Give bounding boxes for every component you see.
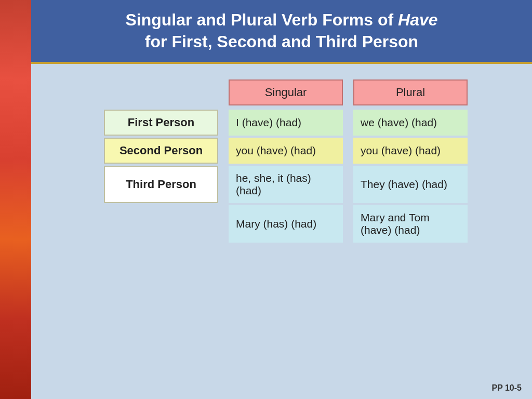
empty-label	[104, 205, 218, 243]
mary-plural: Mary and Tom (have) (had)	[353, 205, 468, 243]
slide-header: Singular and Plural Verb Forms of Have f…	[31, 0, 532, 64]
column-headers: Singular Plural	[229, 79, 511, 105]
table-row: Second Person you (have) (had) you (have…	[104, 138, 511, 164]
first-person-label: First Person	[104, 110, 218, 136]
slide-title: Singular and Plural Verb Forms of Have f…	[52, 9, 511, 52]
data-rows: First Person I (have) (had) we (have) (h…	[104, 110, 511, 243]
table-row: Mary (has) (had) Mary and Tom (have) (ha…	[104, 205, 511, 243]
slide-content: Singular Plural First Person I (have) (h…	[31, 64, 532, 399]
second-person-label: Second Person	[104, 138, 218, 164]
table-row: First Person I (have) (had) we (have) (h…	[104, 110, 511, 136]
singular-label: Singular	[265, 86, 307, 99]
third-person-label: Third Person	[104, 166, 218, 203]
table-row: Third Person he, she, it (has) (had) The…	[104, 166, 511, 203]
second-person-plural: you (have) (had)	[353, 138, 468, 164]
page-number: PP 10-5	[491, 383, 522, 393]
first-person-plural: we (have) (had)	[353, 110, 468, 136]
plural-label: Plural	[396, 86, 425, 99]
first-person-singular: I (have) (had)	[229, 110, 343, 136]
slide: Singular and Plural Verb Forms of Have f…	[31, 0, 532, 399]
title-text-part2: for First, Second and Third Person	[145, 32, 418, 51]
third-person-plural: They (have) (had)	[353, 166, 468, 203]
singular-header: Singular	[229, 79, 343, 105]
decorative-art	[0, 0, 31, 399]
second-person-singular: you (have) (had)	[229, 138, 343, 164]
mary-singular: Mary (has) (had)	[229, 205, 343, 243]
title-italic: Have	[398, 10, 438, 29]
title-text-part1: Singular and Plural Verb Forms of	[125, 10, 398, 29]
third-person-singular: he, she, it (has) (had)	[229, 166, 343, 203]
verb-table: Singular Plural First Person I (have) (h…	[104, 79, 511, 243]
plural-header: Plural	[353, 79, 468, 105]
